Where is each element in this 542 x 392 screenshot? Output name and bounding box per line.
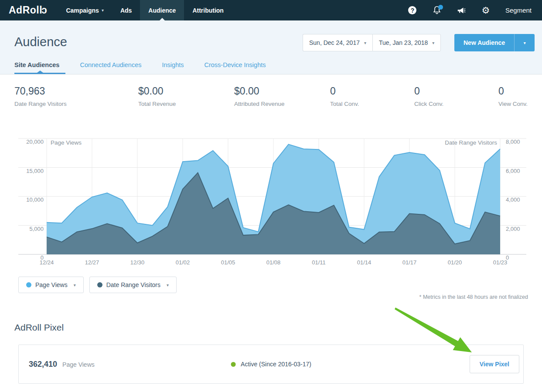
svg-text:10,000: 10,000 [26, 196, 44, 203]
nav-item-label: Ads [120, 7, 132, 14]
top-nav: AdRollɔ Campaigns ▾ Ads Audience Attribu… [0, 0, 542, 20]
gear-glyph: ⚙ [482, 6, 490, 15]
stat-total-conv: 0 Total Conv. [330, 85, 359, 107]
svg-text:Page Views: Page Views [51, 139, 82, 146]
chart-legend: Page Views ▾ Date Range Visitors ▾ [18, 277, 177, 293]
svg-text:20,000: 20,000 [26, 139, 44, 145]
svg-text:01/14: 01/14 [357, 259, 372, 266]
svg-text:15,000: 15,000 [26, 168, 44, 174]
tab-cross-device-insights[interactable]: Cross-Device Insights [204, 61, 266, 74]
new-audience-split-button: New Audience ▾ [454, 34, 535, 51]
logo-text: AdRoll [9, 4, 42, 16]
svg-text:01/05: 01/05 [221, 259, 235, 266]
nav-item-ads[interactable]: Ads [112, 0, 140, 20]
svg-text:2,000: 2,000 [506, 226, 520, 232]
view-pixel-button[interactable]: View Pixel [470, 355, 519, 373]
settings-gear-icon[interactable]: ⚙ [481, 6, 491, 15]
stat-value: $0.00 [138, 85, 176, 97]
stat-label: Total Revenue [138, 101, 176, 107]
nav-item-campaigns[interactable]: Campaigns ▾ [58, 0, 112, 20]
tab-insights[interactable]: Insights [162, 61, 184, 74]
svg-text:8,000: 8,000 [506, 139, 520, 145]
svg-text:01/23: 01/23 [493, 259, 508, 266]
nav-item-label: Campaigns [66, 7, 99, 14]
tab-label: Insights [162, 61, 184, 68]
stat-view-conv: 0 View Conv. [498, 85, 528, 107]
chevron-down-icon: ▾ [102, 8, 104, 13]
stat-total-revenue: $0.00 Total Revenue [138, 85, 176, 107]
stat-label: Click Conv. [414, 101, 443, 107]
nav-right: ? ⚙ Segment [408, 0, 542, 20]
adroll-logo[interactable]: AdRollɔ [0, 0, 58, 20]
nav-item-audience[interactable]: Audience [140, 0, 184, 20]
pixel-card: 362,410 Page Views Active (Since 2016-03… [18, 345, 524, 384]
stat-label: Date Range Visitors [14, 101, 67, 107]
legend-label: Page Views [35, 281, 68, 288]
pixel-page-views: 362,410 Page Views [29, 360, 95, 369]
svg-text:6,000: 6,000 [506, 168, 520, 174]
announcements-megaphone-icon[interactable] [457, 6, 466, 15]
traffic-chart[interactable]: 20,0008,00015,0006,00010,0004,0005,0002,… [0, 135, 542, 270]
active-tab-underline [14, 73, 65, 74]
svg-text:12/24: 12/24 [40, 259, 54, 266]
date-start-value: Sun, Dec 24, 2017 [309, 39, 360, 46]
stat-label: View Conv. [498, 101, 528, 107]
pixel-section-heading: AdRoll Pixel [14, 322, 64, 333]
svg-text:Date Range Visitors: Date Range Visitors [445, 139, 497, 146]
svg-text:12/30: 12/30 [130, 259, 145, 266]
svg-text:12/27: 12/27 [85, 259, 99, 266]
date-range-picker: Sun, Dec 24, 2017 ▾ Tue, Jan 23, 2018 ▾ [303, 34, 441, 51]
metrics-footnote: * Metrics in the last 48 hours are not f… [419, 294, 528, 300]
stat-label: Total Conv. [330, 101, 359, 107]
date-end-value: Tue, Jan 23, 2018 [379, 39, 428, 46]
status-dot [231, 362, 235, 367]
new-audience-dropdown-button[interactable]: ▾ [514, 34, 535, 51]
tab-connected-audiences[interactable]: Connected Audiences [80, 61, 141, 74]
page-header: Audience Sun, Dec 24, 2017 ▾ Tue, Jan 23… [0, 20, 542, 74]
status-text: Active (Since 2016-03-17) [241, 361, 311, 368]
svg-text:4,000: 4,000 [506, 196, 520, 203]
notifications-bell-icon[interactable] [432, 6, 442, 15]
stat-value: 0 [498, 85, 528, 97]
stat-attributed-revenue: $0.00 Attributed Revenue [234, 85, 285, 107]
svg-text:01/08: 01/08 [266, 259, 281, 266]
account-name[interactable]: Segment [505, 7, 532, 14]
stat-click-conv: 0 Click Conv. [414, 85, 443, 107]
svg-text:5,000: 5,000 [29, 226, 44, 232]
legend-page-views-dropdown[interactable]: Page Views ▾ [18, 277, 84, 293]
tab-bar: Site Audiences Connected Audiences Insig… [14, 61, 266, 74]
svg-text:01/11: 01/11 [312, 259, 326, 266]
traffic-chart-container: 20,0008,00015,0006,00010,0004,0005,0002,… [0, 135, 542, 270]
tab-site-audiences[interactable]: Site Audiences [14, 61, 59, 74]
help-icon[interactable]: ? [408, 6, 417, 15]
tab-label: Connected Audiences [80, 61, 141, 68]
notification-badge [438, 5, 443, 10]
pixel-status: Active (Since 2016-03-17) [231, 361, 311, 368]
date-start-input[interactable]: Sun, Dec 24, 2017 ▾ [303, 34, 372, 51]
stat-value: 0 [330, 85, 359, 97]
svg-text:01/02: 01/02 [176, 259, 190, 266]
chevron-down-icon: ▾ [524, 41, 526, 45]
chevron-down-icon: ▾ [432, 41, 434, 45]
new-audience-button[interactable]: New Audience [454, 34, 514, 51]
visitors-series-dot [97, 282, 102, 287]
pixel-page-views-value: 362,410 [29, 360, 57, 369]
page: AdRollɔ Campaigns ▾ Ads Audience Attribu… [0, 0, 542, 392]
stat-value: 0 [414, 85, 443, 97]
tab-label: Site Audiences [14, 61, 59, 68]
stat-date-range-visitors: 70,963 Date Range Visitors [14, 85, 67, 107]
logo-hook-glyph: ɔ [41, 4, 47, 16]
page-views-series-dot [26, 282, 31, 287]
nav-item-attribution[interactable]: Attribution [184, 0, 232, 20]
svg-text:01/17: 01/17 [402, 259, 417, 266]
chevron-down-icon: ▾ [167, 283, 169, 287]
date-end-input[interactable]: Tue, Jan 23, 2018 ▾ [372, 34, 441, 51]
legend-date-range-visitors-dropdown[interactable]: Date Range Visitors ▾ [89, 277, 177, 293]
question-mark-glyph: ? [408, 6, 416, 14]
legend-label: Date Range Visitors [106, 281, 160, 288]
stat-label: Attributed Revenue [234, 101, 285, 107]
chevron-down-icon: ▾ [364, 41, 366, 45]
svg-text:01/20: 01/20 [448, 259, 462, 266]
stat-value: 70,963 [14, 85, 67, 97]
page-title: Audience [14, 35, 67, 49]
